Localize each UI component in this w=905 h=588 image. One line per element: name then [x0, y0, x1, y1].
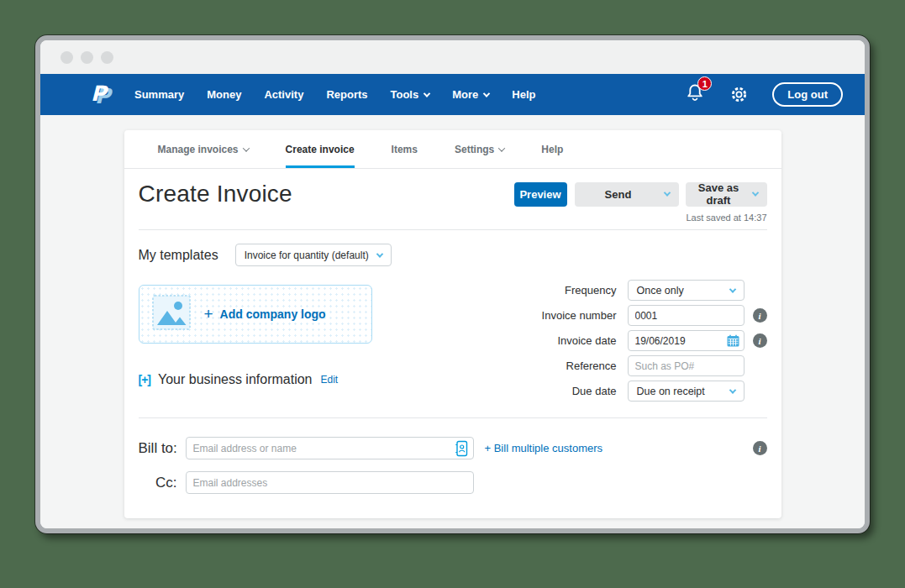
- page-title: Create Invoice: [139, 181, 292, 207]
- tab-settings[interactable]: Settings: [455, 130, 504, 168]
- nav-item-tools[interactable]: Tools: [391, 88, 430, 101]
- info-icon[interactable]: i: [753, 308, 767, 323]
- cc-row: Cc:: [139, 471, 767, 494]
- header-actions: Preview Send Save as draft: [514, 182, 767, 207]
- reference-row: Reference: [527, 355, 767, 376]
- chevron-down-icon: [729, 286, 735, 292]
- chevron-down-icon: [663, 189, 670, 196]
- invoice-details-column: Frequency Once only Invoice number i: [527, 280, 767, 406]
- due-date-label: Due date: [527, 385, 617, 397]
- nav-item-help[interactable]: Help: [512, 88, 535, 101]
- cc-label: Cc:: [139, 475, 177, 491]
- info-icon[interactable]: i: [753, 333, 767, 348]
- header-row: Create Invoice Preview Send Save as draf…: [139, 181, 767, 207]
- last-saved-status: Last saved at 14:37: [139, 213, 767, 223]
- tab-create-invoice[interactable]: Create invoice: [286, 130, 355, 168]
- left-column: +Add company logo [+] Your business info…: [139, 280, 391, 406]
- send-button-label: Send: [605, 188, 632, 201]
- nav-item-summary[interactable]: Summary: [134, 88, 184, 101]
- chevron-down-icon: [424, 90, 430, 97]
- nav-item-label: Money: [207, 88, 241, 101]
- top-navbar: P P Summary Money Activity Reports Tools…: [40, 74, 865, 115]
- due-date-value: Due on receipt: [637, 386, 705, 397]
- navbar-right: 1 Log out: [686, 82, 843, 107]
- paypal-logo-icon[interactable]: P P: [87, 81, 113, 109]
- nav-item-money[interactable]: Money: [207, 88, 241, 101]
- nav-item-label: Tools: [391, 88, 419, 101]
- image-placeholder-icon: [152, 295, 191, 333]
- due-date-row: Due date Due on receipt: [527, 381, 767, 402]
- notifications-bell-icon[interactable]: 1: [686, 82, 704, 107]
- reference-input[interactable]: [628, 355, 745, 376]
- invoice-card: Manage invoices Create invoice Items Set…: [124, 130, 781, 518]
- invoice-number-row: Invoice number i: [527, 305, 767, 326]
- logout-button[interactable]: Log out: [772, 82, 843, 107]
- invoice-date-label: Invoice date: [527, 334, 617, 347]
- window-control-dot: [101, 51, 113, 64]
- frequency-select[interactable]: Once only: [628, 280, 745, 301]
- tab-label: Items: [392, 144, 418, 155]
- settings-gear-icon[interactable]: [729, 85, 749, 104]
- divider: [139, 417, 767, 418]
- reference-label: Reference: [527, 360, 617, 372]
- invoice-number-input[interactable]: [628, 305, 745, 326]
- edit-business-info-link[interactable]: Edit: [321, 374, 339, 386]
- template-selected-value: Invoice for quantity (default): [245, 249, 369, 261]
- save-draft-label: Save as draft: [686, 181, 752, 207]
- tab-label: Create invoice: [286, 144, 355, 155]
- template-select[interactable]: Invoice for quantity (default): [235, 244, 392, 266]
- invoice-date-row: Invoice date: [527, 330, 767, 351]
- nav-item-label: Activity: [264, 88, 303, 101]
- preview-button[interactable]: Preview: [514, 182, 567, 207]
- nav-item-label: Help: [512, 88, 535, 101]
- chevron-down-icon: [498, 144, 505, 151]
- cc-input[interactable]: [186, 471, 474, 494]
- templates-row: My templates Invoice for quantity (defau…: [139, 244, 767, 266]
- add-logo-label: +Add company logo: [204, 305, 326, 323]
- frequency-label: Frequency: [527, 284, 617, 297]
- frequency-row: Frequency Once only: [527, 280, 767, 301]
- invoice-number-label: Invoice number: [527, 309, 617, 322]
- save-as-draft-button[interactable]: Save as draft: [686, 182, 767, 207]
- nav-item-label: More: [452, 88, 478, 101]
- window-control-dot: [81, 51, 93, 64]
- frequency-value: Once only: [637, 285, 684, 297]
- invoice-tabs: Manage invoices Create invoice Items Set…: [124, 130, 781, 169]
- bill-to-label: Bill to:: [139, 440, 177, 457]
- calendar-icon[interactable]: [727, 334, 739, 350]
- page-background: Manage invoices Create invoice Items Set…: [40, 115, 865, 528]
- nav-item-reports[interactable]: Reports: [326, 88, 367, 101]
- browser-window: P P Summary Money Activity Reports Tools…: [35, 35, 870, 533]
- form-columns: +Add company logo [+] Your business info…: [139, 280, 767, 406]
- divider: [139, 229, 767, 230]
- nav-item-label: Reports: [326, 88, 367, 101]
- business-info-row: [+] Your business information Edit: [139, 372, 391, 387]
- add-company-logo-dropzone[interactable]: +Add company logo: [139, 285, 372, 344]
- chevron-down-icon: [729, 386, 735, 393]
- due-date-select[interactable]: Due on receipt: [628, 381, 745, 402]
- my-templates-label: My templates: [139, 248, 218, 263]
- window-titlebar: [40, 40, 865, 74]
- bill-to-row: Bill to: + Bill multiple customers: [139, 437, 767, 459]
- chevron-down-icon: [376, 250, 382, 257]
- info-icon[interactable]: i: [753, 441, 767, 455]
- tab-label: Manage invoices: [158, 144, 239, 155]
- window-control-dot: [61, 51, 73, 64]
- nav-menu: Summary Money Activity Reports Tools Mor…: [134, 88, 558, 101]
- tab-items[interactable]: Items: [392, 130, 418, 168]
- chevron-down-icon: [483, 90, 490, 97]
- bill-multiple-customers-link[interactable]: + Bill multiple customers: [485, 442, 603, 454]
- nav-item-label: Summary: [134, 88, 184, 101]
- tab-label: Help: [541, 144, 563, 155]
- address-book-icon[interactable]: [455, 440, 468, 460]
- nav-item-activity[interactable]: Activity: [264, 88, 303, 101]
- tab-label: Settings: [455, 144, 494, 155]
- tab-help[interactable]: Help: [541, 130, 563, 168]
- bill-to-input[interactable]: [186, 437, 474, 459]
- expand-icon[interactable]: [+]: [139, 373, 151, 386]
- tab-manage-invoices[interactable]: Manage invoices: [158, 130, 249, 168]
- business-info-label: Your business information: [158, 372, 313, 387]
- nav-item-more[interactable]: More: [452, 88, 489, 101]
- plus-icon: +: [204, 305, 213, 323]
- send-button[interactable]: Send: [575, 182, 679, 207]
